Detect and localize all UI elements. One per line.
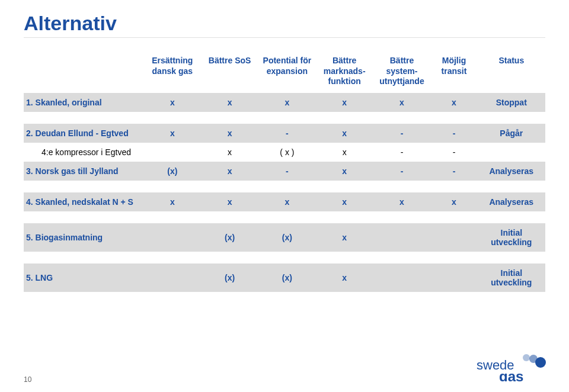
cell-value: x: [430, 93, 477, 112]
table-row: [24, 112, 545, 124]
cell-value: [143, 223, 201, 252]
row-label: 2. Deudan Ellund - Egtved: [24, 124, 143, 143]
cell-status: Initial utveckling: [478, 264, 545, 292]
cell-status: [478, 143, 545, 162]
cell-value: x: [316, 264, 373, 292]
cell-value: x: [258, 93, 316, 112]
row-label: 4. Skanled, nedskalat N + S: [24, 192, 143, 211]
cell-value: x: [316, 124, 373, 143]
cell-value: x: [201, 93, 258, 112]
cell-value: (x): [258, 223, 316, 252]
row-label: 4:e kompressor i Egtved: [24, 143, 143, 162]
cell-value: x: [201, 124, 258, 143]
table-row: 5. LNG(x)(x)xInitial utveckling: [24, 264, 545, 292]
cell-value: -: [373, 124, 431, 143]
table-row: [24, 211, 545, 223]
col-header-ersattning: Ersättning dansk gas: [143, 52, 201, 93]
cell-value: [143, 264, 201, 292]
table-row: [24, 252, 545, 264]
col-header-potential: Potential för expansion: [258, 52, 316, 93]
table-header-row: Ersättning dansk gas Bättre SoS Potentia…: [24, 52, 545, 93]
cell-status: Analyseras: [478, 192, 545, 211]
cell-value: [373, 223, 431, 252]
table-row: 4:e kompressor i Egtvedx( x )x--: [24, 143, 545, 162]
row-label: 3. Norsk gas till Jylland: [24, 162, 143, 181]
cell-value: [373, 264, 431, 292]
cell-value: x: [316, 93, 373, 112]
svg-text:gas: gas: [499, 368, 523, 381]
cell-value: [143, 143, 201, 162]
spacer-cell: [24, 252, 545, 264]
swedegas-logo: swede gas: [477, 352, 548, 381]
cell-value: x: [201, 143, 258, 162]
cell-status: Stoppat: [478, 93, 545, 112]
cell-value: x: [201, 162, 258, 181]
col-header-system: Bättre system-utnyttjande: [373, 52, 431, 93]
page-number: 10: [24, 375, 31, 384]
cell-value: -: [258, 124, 316, 143]
col-header-status: Status: [478, 52, 545, 93]
cell-value: x: [143, 93, 201, 112]
cell-value: (x): [143, 162, 201, 181]
cell-value: x: [143, 192, 201, 211]
cell-value: -: [373, 162, 431, 181]
svg-point-2: [535, 357, 546, 368]
cell-value: x: [316, 162, 373, 181]
table-row: [24, 181, 545, 192]
cell-value: -: [373, 143, 431, 162]
spacer-cell: [24, 181, 545, 192]
cell-value: x: [430, 192, 477, 211]
spacer-cell: [24, 112, 545, 124]
cell-value: x: [373, 192, 431, 211]
cell-value: -: [430, 124, 477, 143]
cell-value: (x): [201, 223, 258, 252]
table-row: 4. Skanled, nedskalat N + SxxxxxxAnalyse…: [24, 192, 545, 211]
cell-value: x: [201, 192, 258, 211]
spacer-cell: [24, 211, 545, 223]
table-row: 2. Deudan Ellund - Egtvedxx-x--Pågår: [24, 124, 545, 143]
cell-value: x: [373, 93, 431, 112]
row-label: 1. Skanled, original: [24, 93, 143, 112]
cell-value: (x): [201, 264, 258, 292]
cell-value: -: [430, 162, 477, 181]
cell-value: -: [430, 143, 477, 162]
row-label: 5. Biogasinmatning: [24, 223, 143, 252]
table-row: 3. Norsk gas till Jylland(x)x-x--Analyse…: [24, 162, 545, 181]
cell-value: [430, 264, 477, 292]
table-row: 5. Biogasinmatning(x)(x)xInitial utveckl…: [24, 223, 545, 252]
cell-status: Initial utveckling: [478, 223, 545, 252]
col-header-blank: [24, 52, 143, 93]
cell-value: x: [258, 192, 316, 211]
cell-value: x: [316, 192, 373, 211]
svg-point-0: [523, 354, 530, 361]
cell-value: x: [143, 124, 201, 143]
cell-value: -: [258, 162, 316, 181]
col-header-marknad: Bättre marknads-funktion: [316, 52, 373, 93]
page-title: Alternativ: [24, 12, 545, 38]
cell-value: (x): [258, 264, 316, 292]
col-header-transit: Möjlig transit: [430, 52, 477, 93]
row-label: 5. LNG: [24, 264, 143, 292]
cell-value: ( x ): [258, 143, 316, 162]
cell-status: Analyseras: [478, 162, 545, 181]
table-row: 1. Skanled, originalxxxxxxStoppat: [24, 93, 545, 112]
cell-value: [430, 223, 477, 252]
alternatives-table: Ersättning dansk gas Bättre SoS Potentia…: [24, 52, 545, 292]
cell-value: x: [316, 223, 373, 252]
cell-status: Pågår: [478, 124, 545, 143]
cell-value: x: [316, 143, 373, 162]
col-header-sos: Bättre SoS: [201, 52, 258, 93]
